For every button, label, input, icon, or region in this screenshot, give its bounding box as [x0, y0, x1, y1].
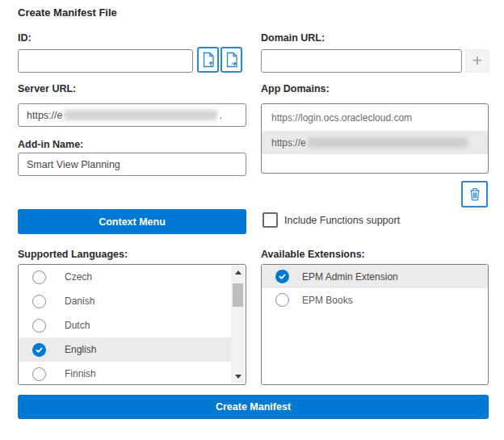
extension-option-epm-admin[interactable]: EPM Admin Extension	[262, 265, 488, 288]
document-arrow-icon	[225, 52, 239, 68]
language-option-dutch[interactable]: Dutch	[19, 313, 231, 337]
domain-url-input[interactable]	[261, 49, 462, 73]
scroll-up-icon[interactable]	[231, 266, 245, 279]
create-manifest-button[interactable]: Create Manifest	[18, 395, 489, 419]
language-option-danish[interactable]: Danish	[19, 289, 231, 313]
app-domain-text: https://e	[271, 137, 306, 149]
delete-domain-button[interactable]	[461, 181, 488, 207]
add-domain-button[interactable]: +	[465, 49, 489, 73]
domain-url-label: Domain URL:	[261, 32, 325, 44]
radio-unchecked-icon	[32, 295, 46, 308]
language-option-czech[interactable]: Czech	[19, 265, 231, 289]
scroll-down-icon[interactable]	[231, 370, 245, 383]
radio-checked-icon	[275, 270, 289, 283]
id-label: ID:	[18, 32, 32, 44]
redacted-server-url	[64, 110, 217, 120]
scrollbar-thumb[interactable]	[233, 283, 243, 307]
supported-languages-label: Supported Languages:	[18, 249, 128, 260]
radio-checked-icon	[32, 343, 46, 357]
app-domains-list: https://login.ocs.oraclecloud.com https:…	[261, 103, 489, 174]
extension-option-epm-books[interactable]: EPM Books	[262, 288, 488, 312]
document-add-icon	[201, 52, 216, 68]
server-url-value-prefix: https://e	[27, 110, 62, 121]
supported-languages-list: Czech Danish Dutch English Finnish	[18, 264, 246, 385]
page-title: Create Manifest File	[18, 6, 117, 19]
new-manifest-file-button[interactable]	[197, 47, 219, 73]
create-manifest-panel: Create Manifest File ID: Domain URL: + S…	[0, 0, 504, 440]
radio-unchecked-icon	[32, 270, 46, 284]
redacted-app-domain	[308, 137, 468, 148]
server-url-label: Server URL:	[18, 83, 76, 94]
addin-name-input[interactable]	[18, 153, 246, 176]
radio-unchecked-icon	[32, 319, 46, 333]
plus-icon: +	[472, 52, 482, 69]
id-input[interactable]	[18, 49, 193, 73]
radio-unchecked-icon	[275, 293, 289, 307]
app-domain-text: https://login.ocs.oraclecloud.com	[271, 112, 412, 124]
trash-icon	[468, 186, 482, 202]
available-extensions-list: EPM Admin Extension EPM Books	[261, 264, 489, 385]
radio-unchecked-icon	[32, 367, 46, 381]
available-extensions-label: Available Extensions:	[261, 249, 365, 260]
app-domain-item-selected[interactable]: https://e	[262, 131, 488, 154]
app-domains-label: App Domains:	[261, 83, 330, 94]
languages-scrollbar[interactable]	[231, 266, 245, 383]
open-manifest-file-button[interactable]	[220, 47, 242, 73]
server-url-value-suffix: .	[219, 110, 221, 121]
context-menu-button[interactable]: Context Menu	[18, 209, 246, 234]
app-domain-item[interactable]: https://login.ocs.oraclecloud.com	[262, 106, 488, 129]
include-functions-checkbox[interactable]	[262, 212, 278, 228]
include-functions-label: Include Functions support	[284, 215, 400, 226]
language-option-finnish[interactable]: Finnish	[19, 362, 231, 385]
addin-name-label: Add-in Name:	[18, 139, 83, 150]
language-option-english[interactable]: English	[19, 337, 231, 362]
server-url-input[interactable]: https://e .	[18, 103, 246, 127]
